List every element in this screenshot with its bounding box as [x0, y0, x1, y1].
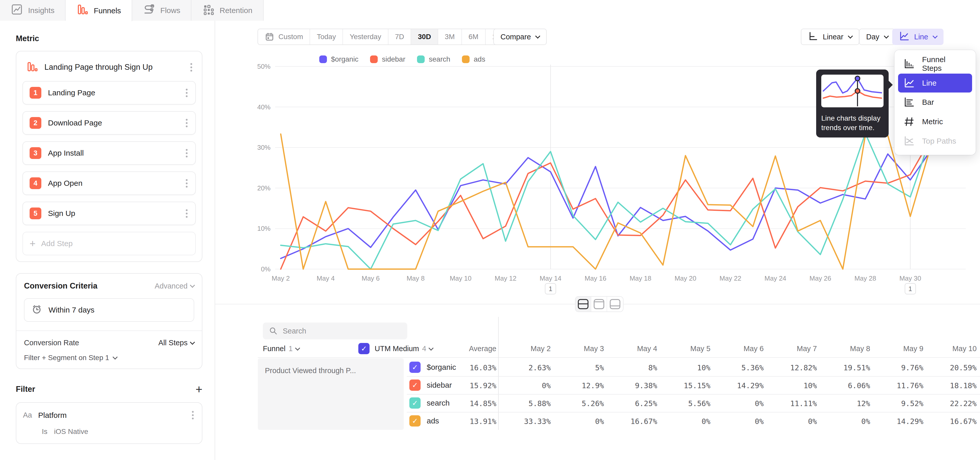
cell-value: 12.82% — [768, 363, 817, 372]
layout-toggle-table-view[interactable] — [607, 297, 623, 311]
step-kebab-menu[interactable] — [184, 117, 189, 129]
cell-value: 9.76% — [875, 363, 923, 372]
filter-segment-dropdown[interactable]: Filter + Segment on Step 1 — [24, 354, 194, 362]
filter-operator[interactable]: Is — [42, 428, 48, 436]
conversion-window-button[interactable]: Within 7 days — [24, 298, 194, 322]
svg-text:30%: 30% — [257, 144, 270, 151]
interval-dropdown[interactable]: Day — [859, 29, 895, 45]
chevron-down-icon — [884, 34, 889, 38]
funnel-step-sign-up[interactable]: 5 Sign Up — [22, 202, 196, 225]
step-kebab-menu[interactable] — [184, 208, 189, 219]
funnel-column-dropdown[interactable]: Funnel1 — [263, 345, 299, 353]
range-30d[interactable]: 30D — [411, 29, 438, 45]
row-checkbox-organic[interactable]: ✓ — [409, 362, 421, 373]
table-row-divider — [407, 412, 980, 412]
layout-toggle-chart-view[interactable] — [591, 297, 607, 311]
step-label: App Install — [48, 149, 178, 157]
compare-button[interactable]: Compare — [493, 29, 547, 45]
cell-value: 5.88% — [502, 399, 551, 408]
metric-card: Landing Page through Sign Up 1 Landing P… — [16, 51, 202, 262]
date-column-header: May 5 — [662, 345, 711, 353]
funnel-step-download-page[interactable]: 2 Download Page — [22, 111, 196, 135]
tooltip-mini-chart — [821, 75, 883, 107]
step-label: App Open — [48, 179, 178, 188]
date-column-header: May 4 — [609, 345, 657, 353]
funnel-step-app-open[interactable]: 4 App Open — [22, 171, 196, 195]
chevron-down-icon — [932, 34, 938, 38]
step-label: Download Page — [48, 118, 178, 127]
funnel-kebab-menu[interactable] — [189, 62, 194, 73]
funnels-app: InsightsFunnelsFlowsRetention Metric Lan… — [0, 0, 980, 460]
menu-item-line[interactable]: Line — [898, 73, 972, 93]
add-breakdown-button[interactable]: + — [196, 458, 202, 460]
annotation-badge[interactable]: 1 — [545, 283, 556, 294]
tab-label: Retention — [220, 6, 252, 15]
row-checkbox-search[interactable]: ✓ — [409, 398, 421, 409]
range-yesterday[interactable]: Yesterday — [343, 29, 388, 45]
svg-text:20%: 20% — [257, 184, 270, 192]
menu-item-bar[interactable]: Bar — [894, 93, 976, 112]
advanced-dropdown[interactable]: Advanced — [155, 282, 194, 290]
step-kebab-menu[interactable] — [184, 87, 189, 99]
chevron-down-icon — [190, 283, 195, 288]
conversion-criteria-card: Conversion Criteria Advanced Within 7 da… — [16, 273, 202, 369]
tab-label: Funnels — [94, 6, 121, 15]
range-3m[interactable]: 3M — [438, 29, 462, 45]
svg-text:May 30: May 30 — [899, 275, 921, 282]
layout-toggle-split-view[interactable] — [576, 297, 591, 311]
tab-retention[interactable]: Retention — [191, 0, 263, 21]
scale-dropdown[interactable]: Linear — [801, 29, 859, 45]
add-step-button[interactable]: + Add Step — [22, 232, 196, 255]
linear-scale-icon — [808, 31, 818, 43]
funnel-step-landing-page[interactable]: 1 Landing Page — [22, 81, 196, 104]
range-6m[interactable]: 6M — [462, 29, 486, 45]
add-step-label: Add Step — [41, 239, 73, 248]
step-kebab-menu[interactable] — [184, 147, 189, 159]
cell-value: 2.63% — [502, 363, 551, 372]
cell-value: 5% — [555, 363, 604, 372]
cell-value: 0% — [822, 417, 870, 426]
metric-icon — [903, 116, 915, 128]
row-average: 14.85% — [445, 399, 496, 408]
filter-value[interactable]: iOS Native — [54, 428, 88, 436]
insights-icon — [11, 3, 23, 18]
tab-insights[interactable]: Insights — [0, 0, 65, 21]
tab-flows[interactable]: Flows — [132, 0, 191, 21]
step-label: Sign Up — [48, 209, 178, 218]
row-checkbox-sidebar[interactable]: ✓ — [409, 380, 421, 391]
tab-funnels[interactable]: Funnels — [65, 0, 132, 21]
table-search-input[interactable]: Search — [263, 323, 407, 339]
filter-kebab-menu[interactable] — [190, 409, 195, 421]
breakdown-column-dropdown[interactable]: UTM Medium4 — [375, 345, 433, 353]
step-number-badge: 1 — [30, 87, 41, 99]
cell-value: 12% — [822, 399, 870, 408]
conversion-rate-dropdown[interactable]: All Steps — [159, 339, 194, 347]
chart-type-dropdown[interactable]: Line — [892, 29, 943, 45]
add-filter-button[interactable]: + — [196, 383, 202, 395]
menu-item-funnel-steps[interactable]: Funnel Steps — [894, 54, 976, 73]
range-today[interactable]: Today — [310, 29, 343, 45]
row-checkbox-ads[interactable]: ✓ — [409, 415, 421, 426]
menu-item-label: Metric — [922, 117, 943, 126]
date-column-header: May 9 — [875, 345, 923, 353]
menu-item-metric[interactable]: Metric — [894, 112, 976, 131]
filter-property[interactable]: Platform — [38, 411, 184, 420]
range-custom[interactable]: Custom — [258, 29, 310, 45]
breakdown-select-all-checkbox[interactable]: ✓ — [358, 343, 369, 354]
svg-text:May 22: May 22 — [719, 275, 741, 282]
annotation-badge[interactable]: 1 — [905, 283, 916, 294]
series-line-organic[interactable] — [281, 147, 933, 258]
range-7d[interactable]: 7D — [388, 29, 411, 45]
cell-value: 14.29% — [875, 417, 923, 426]
svg-text:50%: 50% — [257, 62, 270, 70]
step-kebab-menu[interactable] — [184, 177, 189, 189]
cell-value: 12.9% — [555, 381, 604, 390]
svg-text:40%: 40% — [257, 103, 270, 111]
funnel-row-label[interactable]: Product Viewed through P... — [258, 358, 404, 430]
metric-header[interactable]: Landing Page through Sign Up — [22, 58, 196, 81]
chevron-down-icon — [113, 355, 118, 359]
funnel-step-app-install[interactable]: 3 App Install — [22, 141, 196, 165]
cell-value: 16.67% — [609, 417, 657, 426]
conversion-window-value: Within 7 days — [48, 306, 94, 314]
cell-value: 5.26% — [555, 399, 604, 408]
